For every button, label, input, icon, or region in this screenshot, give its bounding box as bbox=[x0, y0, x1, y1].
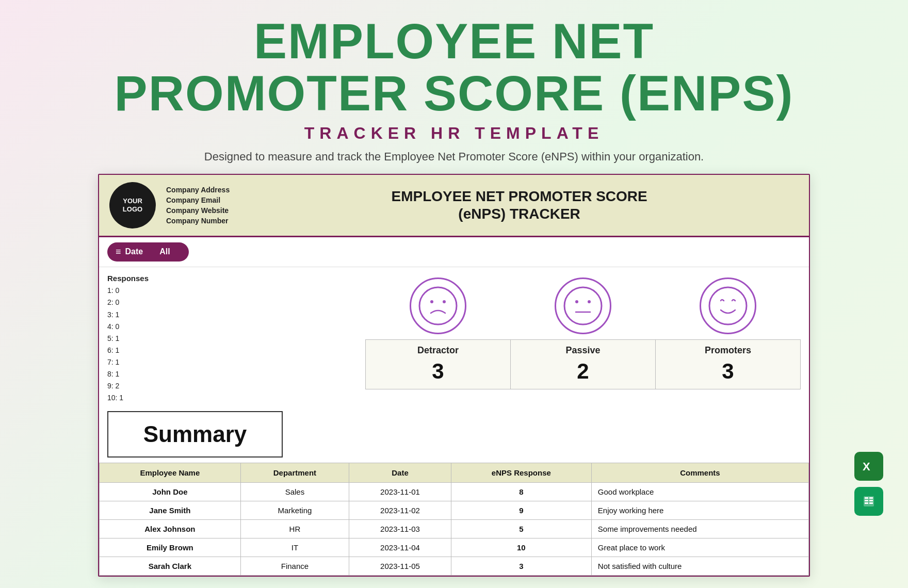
cell-name: Sarah Clark bbox=[100, 557, 241, 576]
passive-face bbox=[555, 277, 611, 334]
sheets-icon[interactable] bbox=[854, 487, 883, 516]
cell-dept: HR bbox=[240, 520, 349, 538]
sheet-title-line2: (eNPS) TRACKER bbox=[458, 206, 580, 222]
svg-point-4 bbox=[575, 300, 578, 303]
filter-label: Date bbox=[125, 247, 143, 256]
data-table: Employee Name Department Date eNPS Respo… bbox=[99, 463, 809, 576]
cell-enps: 3 bbox=[451, 557, 591, 576]
summary-box: Summary bbox=[107, 411, 283, 458]
response-item-6: 6: 1 bbox=[107, 345, 355, 356]
svg-rect-15 bbox=[869, 500, 873, 501]
detractor-face bbox=[410, 277, 466, 334]
table-row: Jane Smith Marketing 2023-11-02 9 Enjoy … bbox=[100, 501, 809, 520]
cell-dept: Finance bbox=[240, 557, 349, 576]
col-name: Employee Name bbox=[100, 463, 241, 483]
svg-point-5 bbox=[588, 300, 591, 303]
svg-point-3 bbox=[564, 287, 602, 324]
response-item-8: 8: 1 bbox=[107, 368, 355, 380]
filter-button[interactable]: ≡ Date All bbox=[107, 242, 189, 262]
svg-point-0 bbox=[419, 287, 457, 324]
cell-comment: Great place to work bbox=[591, 538, 808, 557]
company-website: Company Website bbox=[166, 206, 230, 215]
svg-point-7 bbox=[709, 287, 747, 324]
cell-date: 2023-11-02 bbox=[349, 501, 451, 520]
company-number: Company Number bbox=[166, 217, 230, 225]
score-panel: Detractor 3 Passive 2 Promoters 3 bbox=[365, 272, 801, 389]
responses-title: Responses bbox=[107, 272, 355, 285]
cell-enps: 10 bbox=[451, 538, 591, 557]
passive-box: Passive 2 bbox=[511, 340, 656, 389]
response-item-5: 5: 1 bbox=[107, 333, 355, 345]
cell-dept: Marketing bbox=[240, 501, 349, 520]
promoters-value: 3 bbox=[722, 359, 734, 383]
cell-enps: 8 bbox=[451, 483, 591, 501]
page-title-line1: EMPLOYEE NET bbox=[254, 15, 654, 68]
detractor-box: Detractor 3 bbox=[366, 340, 511, 389]
detractor-label: Detractor bbox=[370, 345, 506, 356]
cell-name: Emily Brown bbox=[100, 538, 241, 557]
col-enps: eNPS Response bbox=[451, 463, 591, 483]
cell-name: Jane Smith bbox=[100, 501, 241, 520]
side-icons: X bbox=[854, 452, 883, 516]
svg-text:X: X bbox=[863, 460, 870, 473]
promoter-face bbox=[700, 277, 756, 334]
response-item-7: 7: 1 bbox=[107, 356, 355, 368]
detractor-value: 3 bbox=[432, 359, 444, 383]
col-comments: Comments bbox=[591, 463, 808, 483]
cell-enps: 5 bbox=[451, 520, 591, 538]
logo-circle: YOUR LOGO bbox=[109, 182, 156, 228]
sheet-title-line1: EMPLOYEE NET PROMOTER SCORE bbox=[391, 188, 647, 204]
filter-bar: ≡ Date All bbox=[99, 237, 809, 267]
table-row: Alex Johnson HR 2023-11-03 5 Some improv… bbox=[100, 520, 809, 538]
cell-date: 2023-11-04 bbox=[349, 538, 451, 557]
company-info: Company Address Company Email Company We… bbox=[166, 186, 230, 225]
cell-comment: Some improvements needed bbox=[591, 520, 808, 538]
cell-name: Alex Johnson bbox=[100, 520, 241, 538]
left-panel: Responses 1: 0 2: 0 3: 1 4: 0 5: 1 6: 1 … bbox=[107, 272, 355, 458]
score-boxes-row: Detractor 3 Passive 2 Promoters 3 bbox=[365, 339, 801, 389]
passive-label: Passive bbox=[515, 345, 651, 356]
svg-rect-14 bbox=[865, 500, 868, 501]
svg-point-1 bbox=[430, 300, 433, 303]
page-title-line2: PROMOTER SCORE (ENPS) bbox=[115, 68, 794, 120]
response-item-4: 4: 0 bbox=[107, 321, 355, 333]
cell-date: 2023-11-05 bbox=[349, 557, 451, 576]
company-email: Company Email bbox=[166, 196, 230, 204]
col-dept: Department bbox=[240, 463, 349, 483]
passive-value: 2 bbox=[577, 359, 589, 383]
response-item-1: 1: 0 bbox=[107, 285, 355, 297]
sheet-header: YOUR LOGO Company Address Company Email … bbox=[99, 175, 809, 237]
filter-value: All bbox=[159, 247, 170, 256]
summary-label: Summary bbox=[143, 421, 247, 447]
company-address: Company Address bbox=[166, 186, 230, 194]
col-date: Date bbox=[349, 463, 451, 483]
svg-rect-12 bbox=[865, 497, 868, 499]
page-description: Designed to measure and track the Employ… bbox=[204, 150, 704, 164]
table-row: Emily Brown IT 2023-11-04 10 Great place… bbox=[100, 538, 809, 557]
response-item-2: 2: 0 bbox=[107, 297, 355, 308]
excel-icon[interactable]: X bbox=[854, 452, 883, 481]
main-content: Responses 1: 0 2: 0 3: 1 4: 0 5: 1 6: 1 … bbox=[99, 267, 809, 463]
svg-point-2 bbox=[443, 300, 446, 303]
cell-comment: Not satisfied with culture bbox=[591, 557, 808, 576]
response-item-3: 3: 1 bbox=[107, 309, 355, 321]
svg-rect-16 bbox=[865, 502, 868, 504]
cell-date: 2023-11-03 bbox=[349, 520, 451, 538]
svg-rect-17 bbox=[869, 502, 873, 504]
response-item-10: 10: 1 bbox=[107, 392, 355, 404]
responses-block: Responses 1: 0 2: 0 3: 1 4: 0 5: 1 6: 1 … bbox=[107, 272, 355, 404]
promoters-box: Promoters 3 bbox=[656, 340, 800, 389]
sheet-title-block: EMPLOYEE NET PROMOTER SCORE (eNPS) TRACK… bbox=[240, 188, 799, 222]
spreadsheet-container: YOUR LOGO Company Address Company Email … bbox=[98, 174, 810, 577]
promoters-label: Promoters bbox=[660, 345, 796, 356]
page-subtitle: TRACKER HR TEMPLATE bbox=[304, 124, 604, 143]
response-item-9: 9: 2 bbox=[107, 380, 355, 392]
cell-enps: 9 bbox=[451, 501, 591, 520]
table-row: John Doe Sales 2023-11-01 8 Good workpla… bbox=[100, 483, 809, 501]
cell-name: John Doe bbox=[100, 483, 241, 501]
cell-dept: IT bbox=[240, 538, 349, 557]
cell-dept: Sales bbox=[240, 483, 349, 501]
cell-comment: Good workplace bbox=[591, 483, 808, 501]
cell-date: 2023-11-01 bbox=[349, 483, 451, 501]
table-row: Sarah Clark Finance 2023-11-05 3 Not sat… bbox=[100, 557, 809, 576]
